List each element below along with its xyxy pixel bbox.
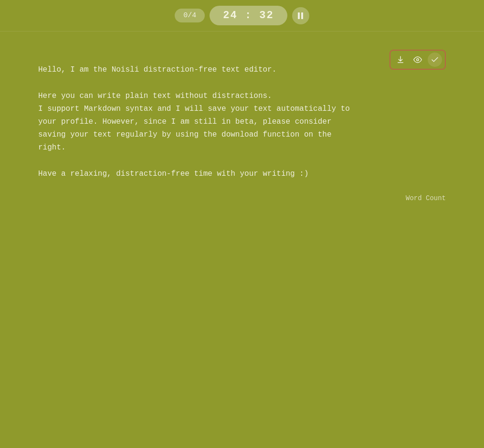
session-counter: 0/4 [175,9,205,22]
editor-line-7: right. [38,143,66,152]
download-button[interactable] [393,53,408,67]
content-area: Hello, I am the Noisli distraction-free … [0,32,484,213]
editor-line-4: I support Markdown syntax and I will sav… [38,105,350,113]
word-count: Word Count [406,194,446,202]
preview-button[interactable] [410,53,425,67]
editor-line-1: Hello, I am the Noisli distraction-free … [38,65,276,74]
eye-icon [413,55,422,64]
top-bar: 0/4 24 : 32 [0,0,484,32]
editor-line-9: Have a relaxing, distraction-free time w… [38,170,309,178]
check-icon [431,55,439,64]
pause-icon [298,12,303,19]
editor-line-6: saving your text regularly by using the … [38,130,332,139]
pause-button[interactable] [292,7,309,24]
timer-display: 24 : 32 [210,6,287,25]
editor-text[interactable]: Hello, I am the Noisli distraction-free … [38,51,446,193]
editor-line-3: Here you can write plain text without di… [38,92,272,100]
svg-point-0 [417,59,419,61]
check-button[interactable] [428,53,442,67]
editor-line-5: your profile. However, since I am still … [38,117,332,126]
download-icon [396,55,405,64]
toolbar [389,50,446,70]
